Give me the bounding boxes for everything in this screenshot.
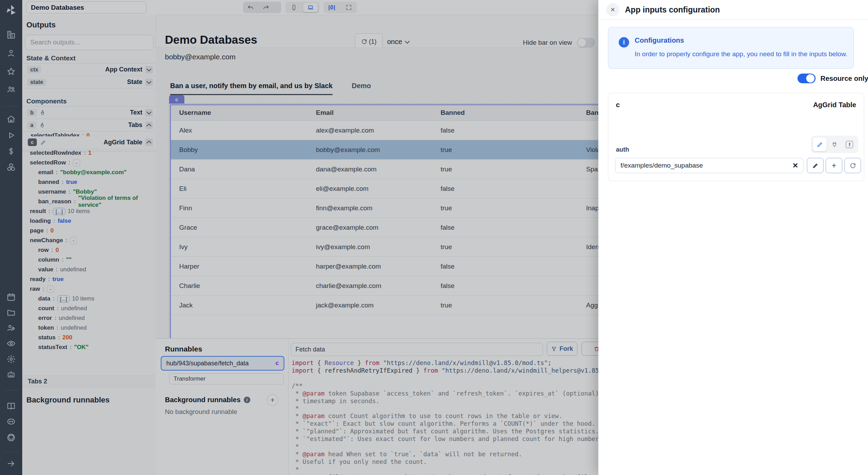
static-edit-mode-button[interactable] [813,137,827,151]
app-root: |0| Outputs State & Context ctxApp Conte… [0,0,868,475]
drawer-title: App inputs configuration [625,5,720,15]
app-inputs-drawer: × App inputs configuration i Configurati… [598,0,868,475]
refresh-icon [850,162,856,169]
resource-input[interactable]: f/examples/demo_supabase ✕ [615,158,803,173]
plug-icon [831,141,838,148]
component-id: c [616,101,620,109]
pencil-icon [812,162,819,169]
resource-only-toggle[interactable] [798,74,816,83]
field-label: auth [616,146,629,153]
function-icon: f [846,141,853,148]
add-resource-button[interactable]: + [826,158,842,173]
resource-only-row: Resource only [798,74,868,83]
alert-body: In order to properly configure the app, … [635,50,848,58]
edit-resource-button[interactable] [807,158,824,173]
component-type: AgGrid Table [813,101,856,109]
clear-input-icon[interactable]: ✕ [792,161,798,170]
close-icon[interactable]: × [606,3,619,16]
alert-title: Configurations [635,36,684,44]
connect-mode-button[interactable] [828,137,842,151]
eval-mode-button[interactable]: f [843,137,857,151]
configurations-alert: i Configurations In order to properly co… [608,27,854,69]
input-mode-segmented-control: f [811,136,858,153]
component-input-card: c AgGrid Table auth f f/examples/demo_su… [608,93,864,181]
pencil-icon [817,141,823,148]
divider [599,19,868,20]
info-icon: i [619,37,629,48]
refresh-resource-button[interactable] [844,158,861,173]
resource-only-label: Resource only [820,75,868,83]
